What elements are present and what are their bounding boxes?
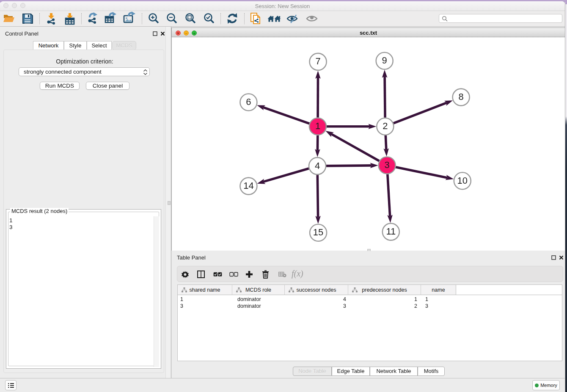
svg-text:11: 11 [386, 226, 396, 237]
svg-text:14: 14 [243, 180, 253, 191]
svg-text:4: 4 [315, 160, 320, 171]
svg-text:9: 9 [382, 55, 387, 66]
svg-text:10: 10 [457, 175, 468, 186]
svg-text:1: 1 [315, 121, 320, 131]
svg-text:8: 8 [458, 91, 463, 102]
svg-text:3: 3 [384, 160, 389, 170]
svg-text:7: 7 [315, 56, 320, 66]
svg-text:2: 2 [383, 121, 388, 131]
svg-text:6: 6 [246, 97, 251, 107]
svg-text:15: 15 [313, 227, 323, 237]
